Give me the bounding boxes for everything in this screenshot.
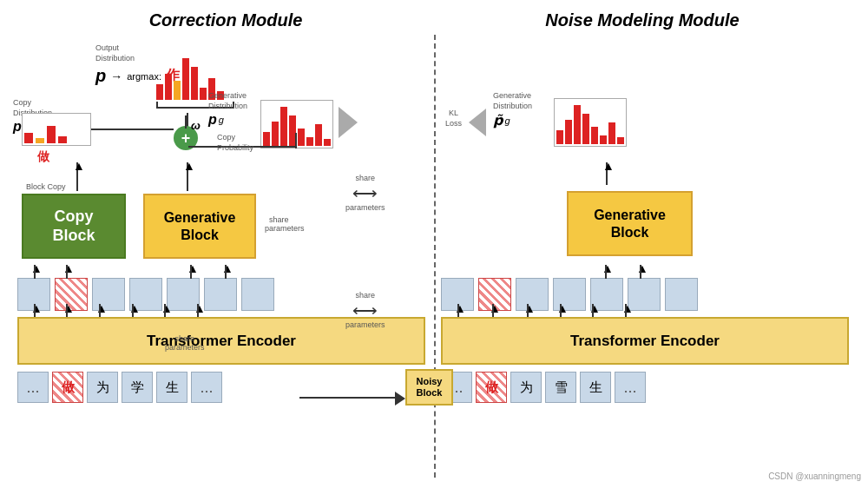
token-box-5 [204,278,237,311]
arrow-symbol: → [110,69,122,83]
cone-right [469,109,486,136]
transformer-right-label: Transformer Encoder [570,333,720,350]
up-ln-rt2 [640,265,641,279]
up-ln-c2 [66,304,68,317]
share-enc-label2: parameters [345,320,385,329]
char-wei: 为 [87,372,118,403]
double-arrow-blocks: ⟷ [352,182,378,203]
up-arr-t4: ▲ [221,261,233,275]
up-ln-t2 [66,265,68,279]
copy-block: CopyBlock [22,194,126,259]
char-xue: 学 [122,372,153,403]
up-arr-rt2: ▲ [636,261,648,275]
double-arrow-enc: ⟷ [352,300,378,320]
rchar-sheng: 生 [580,372,611,403]
pg-tilde-sub: g [504,115,510,126]
main-container: Correction Module Noise Modeling Module … [0,0,868,488]
up-ln-rc2 [492,304,494,317]
up-ln-c4 [132,304,134,317]
up-ln-rc1 [457,304,459,317]
kl-loss-label: KLLoss [445,109,462,129]
up-arr-c6: ▲ [194,301,206,315]
omega-symbol: ω [191,119,201,132]
horiz-connector-copy [91,129,174,130]
up-ln-t1 [34,265,36,279]
up-arr-rt1: ▲ [602,261,614,275]
noisy-arrowhead [395,392,405,406]
right-chinese-row: ... 做 为 雪 生 ... [441,372,646,403]
pg-tilde-symbol: p̃ [493,112,503,129]
pc-symbol: p [13,119,22,135]
gen-block-left-label: GenerativeBlock [164,209,236,242]
noisy-arrow [299,397,399,399]
pg-symbol: p [208,112,217,128]
char-zuo: 做 [52,372,83,403]
up-arr-rc5: ▲ [589,301,601,315]
up-arr-c4: ▲ [128,301,141,315]
up-ln-rc5 [592,304,594,317]
gen-dist-right-text: GenerativeDistribution [493,91,532,111]
ellipsis-left: ... [17,372,49,403]
module-divider [434,35,436,478]
rchar-xue: 雪 [545,372,576,403]
gen-bar-chart-left [260,100,333,148]
gen-block-right: GenerativeBlock [567,191,693,256]
share-label1: share [175,334,195,343]
left-side: OutputDistribution p → argmax: 作 [13,39,430,478]
share-params-blocks2: parameters [265,224,305,233]
noise-module-title: Noise Modeling Module [545,10,739,30]
block-copy-label: Block Copy [26,182,66,191]
up-ln-c3 [99,304,101,317]
share-params-encoder: share parameters [165,334,205,352]
gen-bar-chart-right [554,98,627,147]
p-symbol: p [95,66,106,86]
share-blocks-label2: parameters [345,203,385,212]
up-arrow-copy: ▲ [73,159,85,173]
up-ln-t4 [225,265,227,279]
token-box-6 [241,278,274,311]
up-arr-c3: ▲ [95,301,108,315]
up-arr-rc4: ▲ [556,301,569,315]
share-blocks-label1: share [356,174,376,182]
rtoken-box-6 [665,278,698,311]
right-token-row [441,278,698,311]
rchar-wei: 为 [510,372,542,403]
up-arr-t1: ▲ [30,261,43,275]
copy-bar-chart [22,113,91,146]
left-chinese-row: ... 做 为 学 生 ... [17,372,222,403]
up-arr-c1: ▲ [30,301,43,315]
up-arr-rc1: ▲ [454,301,466,315]
copy-chinese-char: 做 [37,149,49,165]
right-side: GenerativeDistribution p̃ g KLLoss [441,39,858,478]
vert-connector-gen [295,133,297,148]
vert-connector-up [185,115,187,129]
copy-block-line1: CopyBlock [52,208,95,245]
up-ln-rt1 [605,265,607,279]
up-ln-c5 [164,304,166,317]
gen-block-left: GenerativeBlock [143,194,256,259]
share-label2: parameters [165,343,205,352]
rchar-zuo: 做 [476,372,507,403]
gen-dist-right-label: GenerativeDistribution p̃ g [493,91,532,129]
ellipsis-right2: ... [615,372,646,403]
up-arr-rc2: ▲ [489,301,501,315]
up-arr-c5: ▲ [161,301,173,315]
up-ln-rc6 [625,304,627,317]
up-arr-t3: ▲ [187,261,199,275]
share-encoder-area: share ⟷ parameters [345,291,385,329]
up-ln-c1 [34,304,36,317]
up-arr-t2: ▲ [62,261,75,275]
module-titles: Correction Module Noise Modeling Module [17,10,851,30]
gen-dist-text: GenerativeDistribution [208,91,247,111]
share-blocks-area: share ⟷ parameters [345,174,385,212]
up-ln-t3 [190,265,192,279]
up-ln-rc3 [527,304,529,317]
up-arr-rc3: ▲ [523,301,536,315]
correction-module-title: Correction Module [149,10,303,30]
copy-prob-label: CopyProbability [217,133,253,153]
up-arrow-gen: ▲ [183,159,195,173]
noisy-block-label: Noisy Block [407,376,451,399]
up-ln-c6 [197,304,199,317]
up-ln-rc4 [560,304,562,317]
left-token-row [17,278,274,311]
